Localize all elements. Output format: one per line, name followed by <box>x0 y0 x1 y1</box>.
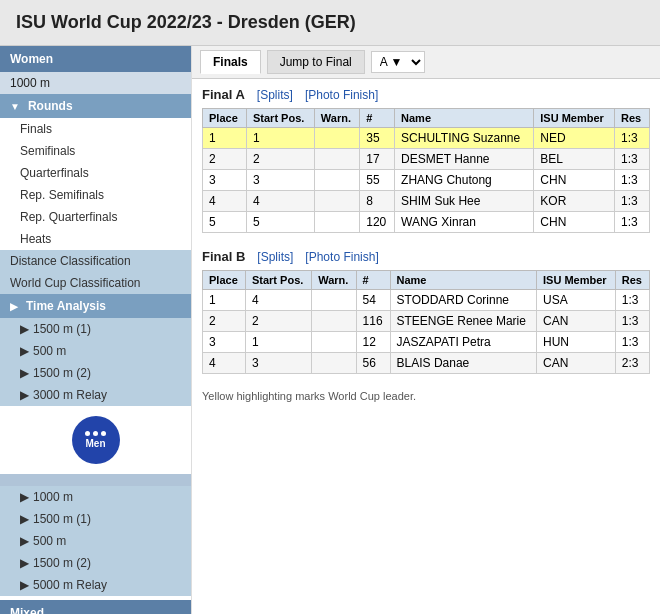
cell-res: 1:3 <box>615 332 649 353</box>
sidebar-500m[interactable]: ▶ 500 m <box>0 340 191 362</box>
final-a-photo-link[interactable]: [Photo Finish] <box>305 88 378 102</box>
final-b-header: Final B [Splits] [Photo Finish] <box>202 249 650 264</box>
cell-name: ZHANG Chutong <box>395 170 534 191</box>
sidebar-world-cup-classification[interactable]: World Cup Classification <box>0 272 191 294</box>
table-row: 5 5 120 WANG Xinran CHN 1:3 <box>203 212 650 233</box>
sidebar-1500m-1[interactable]: ▶ 1500 m (1) <box>0 318 191 340</box>
cell-res: 1:3 <box>615 290 649 311</box>
sidebar-section-men-distances <box>0 474 191 486</box>
cell-warn <box>314 149 359 170</box>
col-b-member: ISU Member <box>537 271 616 290</box>
cell-warn <box>312 290 356 311</box>
cell-num: 8 <box>360 191 395 212</box>
final-b-title: Final B <box>202 249 245 264</box>
cell-member: CAN <box>537 311 616 332</box>
col-num: # <box>360 109 395 128</box>
sidebar-men-1500m-1[interactable]: ▶ 1500 m (1) <box>0 508 191 530</box>
cell-num: 35 <box>360 128 395 149</box>
cell-place: 4 <box>203 353 246 374</box>
cell-name: JASZAPATI Petra <box>390 332 537 353</box>
jump-select[interactable]: A ▼ B C D <box>371 51 425 73</box>
final-b-photo-link[interactable]: [Photo Finish] <box>305 250 378 264</box>
cell-place: 3 <box>203 332 246 353</box>
cell-warn <box>312 353 356 374</box>
cell-name: SCHULTING Suzanne <box>395 128 534 149</box>
col-start: Start Pos. <box>246 109 314 128</box>
final-a-table: Place Start Pos. Warn. # Name ISU Member… <box>202 108 650 233</box>
col-b-res: Res <box>615 271 649 290</box>
sidebar-distance-classification[interactable]: Distance Classification <box>0 250 191 272</box>
cell-member: NED <box>534 128 615 149</box>
500m-arrow-icon: ▶ <box>20 344 29 358</box>
cell-member: CHN <box>534 170 615 191</box>
sidebar-3000m-relay[interactable]: ▶ 3000 m Relay <box>0 384 191 406</box>
sidebar-item-semifinals[interactable]: Semifinals <box>0 140 191 162</box>
cell-name: STEENGE Renee Marie <box>390 311 537 332</box>
tab-jump-to-final[interactable]: Jump to Final <box>267 50 365 74</box>
sidebar-item-finals[interactable]: Finals <box>0 118 191 140</box>
cell-res: 1:3 <box>615 149 650 170</box>
cell-place: 2 <box>203 149 247 170</box>
sidebar-men-5000m-relay[interactable]: ▶ 5000 m Relay <box>0 574 191 596</box>
col-name: Name <box>395 109 534 128</box>
yellow-note: Yellow highlighting marks World Cup lead… <box>202 390 650 402</box>
men-1500m-2-arrow-icon: ▶ <box>20 556 29 570</box>
cell-place: 2 <box>203 311 246 332</box>
sidebar-rounds[interactable]: ▼ Rounds <box>0 94 191 118</box>
cell-num: 56 <box>356 353 390 374</box>
time-analysis-label: Time Analysis <box>26 299 106 313</box>
final-a-splits-link[interactable]: [Splits] <box>257 88 293 102</box>
sidebar-section-mixed: Mixed <box>0 600 191 614</box>
cell-start: 3 <box>246 170 314 191</box>
sidebar-men-1000m[interactable]: ▶ 1000 m <box>0 486 191 508</box>
1500m-1-arrow-icon: ▶ <box>20 322 29 336</box>
sidebar-item-rep-semifinals[interactable]: Rep. Semifinals <box>0 184 191 206</box>
cell-name: DESMET Hanne <box>395 149 534 170</box>
sidebar-distance[interactable]: 1000 m <box>0 72 191 94</box>
men-500m-arrow-icon: ▶ <box>20 534 29 548</box>
1500m-2-arrow-icon: ▶ <box>20 366 29 380</box>
final-a-title: Final A <box>202 87 245 102</box>
cell-member: BEL <box>534 149 615 170</box>
sidebar-section-women[interactable]: Women <box>0 46 191 72</box>
sidebar-item-rep-quarterfinals[interactable]: Rep. Quarterfinals <box>0 206 191 228</box>
cell-res: 1:3 <box>615 170 650 191</box>
cell-place: 1 <box>203 290 246 311</box>
cell-num: 116 <box>356 311 390 332</box>
cell-res: 1:3 <box>615 128 650 149</box>
men-1000m-arrow-icon: ▶ <box>20 490 29 504</box>
tab-bar: Finals Jump to Final A ▼ B C D <box>192 46 660 79</box>
cell-start: 1 <box>245 332 311 353</box>
cell-res: 1:3 <box>615 311 649 332</box>
table-row: 3 3 55 ZHANG Chutong CHN 1:3 <box>203 170 650 191</box>
final-b-splits-link[interactable]: [Splits] <box>257 250 293 264</box>
col-b-warn: Warn. <box>312 271 356 290</box>
cell-start: 4 <box>246 191 314 212</box>
col-b-place: Place <box>203 271 246 290</box>
cell-place: 4 <box>203 191 247 212</box>
men-circle-button[interactable]: Men <box>72 416 120 464</box>
3000m-relay-arrow-icon: ▶ <box>20 388 29 402</box>
sidebar-item-heats[interactable]: Heats <box>0 228 191 250</box>
cell-warn <box>314 128 359 149</box>
cell-num: 54 <box>356 290 390 311</box>
sidebar-item-quarterfinals[interactable]: Quarterfinals <box>0 162 191 184</box>
sidebar-men-1500m-2[interactable]: ▶ 1500 m (2) <box>0 552 191 574</box>
sidebar-time-analysis[interactable]: ▶ Time Analysis <box>0 294 191 318</box>
sidebar: Women 1000 m ▼ Rounds Finals Semifinals … <box>0 46 192 614</box>
page-title: ISU World Cup 2022/23 - Dresden (GER) <box>0 0 660 46</box>
cell-place: 3 <box>203 170 247 191</box>
sidebar-men-500m[interactable]: ▶ 500 m <box>0 530 191 552</box>
men-label: Men <box>86 438 106 449</box>
cell-num: 12 <box>356 332 390 353</box>
time-analysis-arrow-icon: ▶ <box>10 301 18 312</box>
main-content: Finals Jump to Final A ▼ B C D Final A [… <box>192 46 660 614</box>
tab-finals[interactable]: Finals <box>200 50 261 74</box>
men-1500m-1-arrow-icon: ▶ <box>20 512 29 526</box>
cell-member: KOR <box>534 191 615 212</box>
cell-member: USA <box>537 290 616 311</box>
sidebar-1500m-2[interactable]: ▶ 1500 m (2) <box>0 362 191 384</box>
cell-name: WANG Xinran <box>395 212 534 233</box>
table-row: 3 1 12 JASZAPATI Petra HUN 1:3 <box>203 332 650 353</box>
table-row: 1 1 35 SCHULTING Suzanne NED 1:3 <box>203 128 650 149</box>
